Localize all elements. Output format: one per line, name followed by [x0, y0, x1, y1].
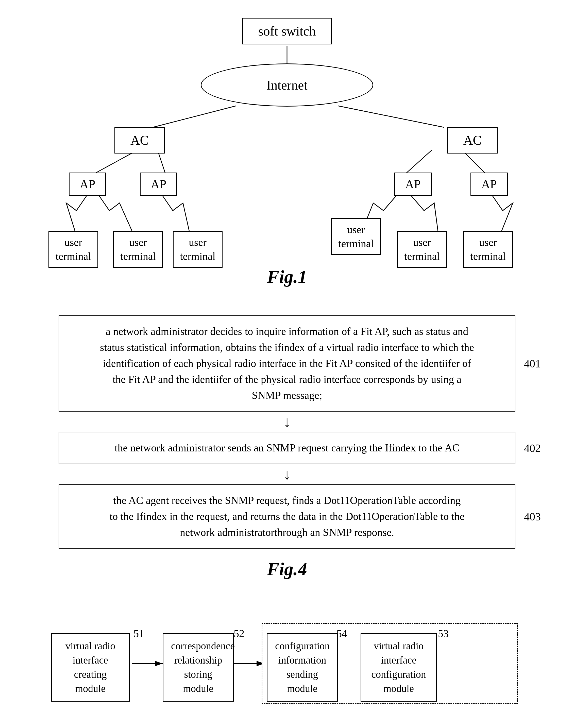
ut5-box: userterminal — [397, 231, 447, 268]
step401-wrapper: a network administrator decides to inqui… — [58, 315, 516, 412]
ap-right-1-label: AP — [405, 177, 421, 191]
svg-line-3 — [95, 150, 137, 173]
svg-line-5 — [406, 150, 432, 173]
ap-left-1-label: AP — [80, 177, 95, 191]
fig1-diagram: soft switch Internet AC AC AP AP AP — [46, 15, 528, 264]
ut3-box: userterminal — [173, 231, 222, 268]
config-info-sending-module: configuration information sending module — [267, 633, 338, 701]
ut6-box: userterminal — [463, 231, 513, 268]
svg-line-4 — [158, 150, 165, 173]
ap-right-1-box: AP — [394, 172, 432, 196]
fig1-label: Fig.1 — [267, 267, 307, 287]
step401-text: a network administrator decides to inqui… — [74, 324, 500, 403]
ac-right-label: AC — [463, 133, 482, 148]
svg-line-1 — [153, 106, 236, 127]
step403-box: the AC agent receives the SNMP request, … — [58, 484, 516, 549]
ut4-box: userterminal — [331, 218, 381, 255]
fig5-section: virtual radio interface creating module … — [20, 608, 554, 728]
ap-right-2-box: AP — [470, 172, 508, 196]
ut2-box: userterminal — [113, 231, 163, 268]
correspondence-storing-module: correspondence relationship storing modu… — [163, 633, 234, 701]
arrow-down-1: ↓ — [58, 412, 516, 432]
ut1-box: userterminal — [48, 231, 98, 268]
ap-left-2-label: AP — [151, 177, 166, 191]
ref-54: 54 — [336, 628, 347, 640]
ac-left-label: AC — [130, 133, 149, 148]
step402-text: the network administrator sends an SNMP … — [115, 442, 459, 454]
ref-52: 52 — [234, 628, 244, 640]
step403-text: the AC agent receives the SNMP request, … — [74, 492, 500, 540]
fig5-label: Fig.5 — [267, 724, 307, 728]
step403-number: 403 — [524, 510, 541, 523]
soft-switch-label: soft switch — [258, 24, 316, 38]
config-info-sending-label: configuration information sending module — [275, 640, 330, 694]
virtual-radio-config-module: virtual radio interface configuration mo… — [361, 633, 437, 701]
step401-box: a network administrator decides to inqui… — [58, 315, 516, 412]
fig4-label: Fig.4 — [267, 559, 307, 580]
ap-left-1-box: AP — [69, 172, 106, 196]
ref-53: 53 — [438, 628, 449, 640]
ac-left-box: AC — [115, 127, 165, 154]
internet-ellipse: Internet — [201, 64, 373, 107]
virtual-radio-config-label: virtual radio interface configuration mo… — [371, 640, 426, 694]
fig4-section: a network administrator decides to inqui… — [20, 315, 554, 593]
soft-switch-box: soft switch — [242, 18, 332, 44]
virtual-radio-creating-label: virtual radio interface creating module — [66, 640, 116, 694]
step403-wrapper: the AC agent receives the SNMP request, … — [58, 484, 516, 549]
internet-label: Internet — [266, 78, 308, 93]
virtual-radio-creating-module: virtual radio interface creating module — [51, 633, 130, 701]
step402-number: 402 — [524, 442, 541, 454]
fig4-diagram: a network administrator decides to inqui… — [58, 315, 516, 549]
ref-51: 51 — [133, 628, 144, 640]
step401-number: 401 — [524, 357, 541, 370]
step402-wrapper: the network administrator sends an SNMP … — [58, 432, 516, 464]
ap-left-2-box: AP — [140, 172, 177, 196]
arrow-down-2: ↓ — [58, 464, 516, 484]
correspondence-storing-label: correspondence relationship storing modu… — [171, 640, 235, 694]
ap-right-2-label: AP — [481, 177, 497, 191]
svg-line-2 — [338, 106, 444, 127]
svg-line-6 — [462, 150, 485, 173]
ac-right-box: AC — [447, 127, 498, 154]
fig1-section: soft switch Internet AC AC AP AP AP — [20, 15, 554, 300]
fig5-diagram: virtual radio interface creating module … — [46, 608, 528, 719]
step402-box: the network administrator sends an SNMP … — [58, 432, 516, 464]
